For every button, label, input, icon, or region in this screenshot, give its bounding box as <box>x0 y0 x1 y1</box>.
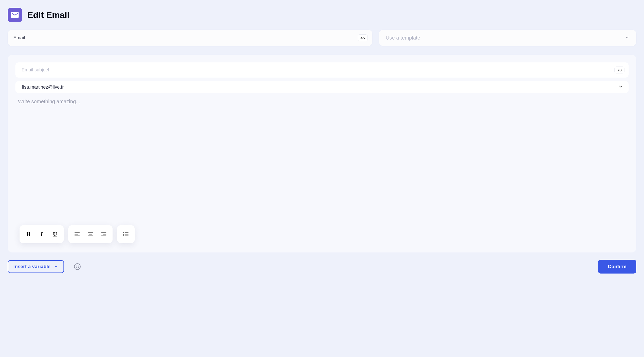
body-input[interactable] <box>15 99 629 245</box>
bold-button[interactable]: B <box>22 228 35 241</box>
editor-panel: 78 lisa.martinez@live.fr B I U <box>8 55 636 252</box>
email-info-card: Email 45 <box>8 30 372 46</box>
template-select[interactable]: Use a template <box>379 30 636 46</box>
align-group <box>68 225 113 243</box>
footer: Insert a variable Confirm <box>8 260 636 274</box>
text-style-group: B I U <box>20 225 64 243</box>
svg-point-17 <box>76 266 76 266</box>
bold-icon: B <box>26 230 30 238</box>
insert-variable-button[interactable]: Insert a variable <box>8 260 64 273</box>
email-icon <box>8 8 22 22</box>
svg-point-12 <box>124 234 124 234</box>
chevron-down-icon <box>618 84 623 90</box>
align-center-button[interactable] <box>84 228 97 241</box>
page-header: Edit Email <box>8 8 636 22</box>
confirm-button[interactable]: Confirm <box>598 260 636 274</box>
page-title: Edit Email <box>27 10 69 20</box>
svg-point-10 <box>124 232 124 233</box>
sender-value: lisa.martinez@live.fr <box>22 84 64 90</box>
sender-select[interactable]: lisa.martinez@live.fr <box>15 81 629 93</box>
underline-icon: U <box>53 231 57 238</box>
italic-icon: I <box>41 231 43 238</box>
italic-button[interactable]: I <box>35 228 48 241</box>
underline-button[interactable]: U <box>48 228 62 241</box>
align-right-icon <box>101 231 107 237</box>
align-left-icon <box>74 231 80 237</box>
align-center-icon <box>87 231 94 237</box>
editor-toolbar: B I U <box>20 225 135 243</box>
email-info-label: Email <box>13 35 25 41</box>
svg-point-14 <box>124 236 124 236</box>
list-group <box>117 225 135 243</box>
footer-left: Insert a variable <box>8 260 81 273</box>
subject-row: 78 <box>15 62 629 78</box>
subject-count-badge: 78 <box>614 67 624 73</box>
chevron-down-icon <box>625 35 630 41</box>
template-select-label: Use a template <box>386 35 420 41</box>
align-right-button[interactable] <box>97 228 111 241</box>
subject-input[interactable] <box>22 67 614 73</box>
bullet-list-button[interactable] <box>119 228 133 241</box>
email-count-badge: 45 <box>358 34 368 41</box>
svg-point-18 <box>78 266 78 266</box>
insert-variable-label: Insert a variable <box>13 264 51 269</box>
top-row: Email 45 Use a template <box>8 30 636 46</box>
svg-point-16 <box>74 264 80 269</box>
emoji-button[interactable] <box>74 263 81 270</box>
bullet-list-icon <box>123 231 129 237</box>
align-left-button[interactable] <box>70 228 84 241</box>
chevron-down-icon <box>54 264 58 269</box>
smiley-icon <box>74 263 81 270</box>
